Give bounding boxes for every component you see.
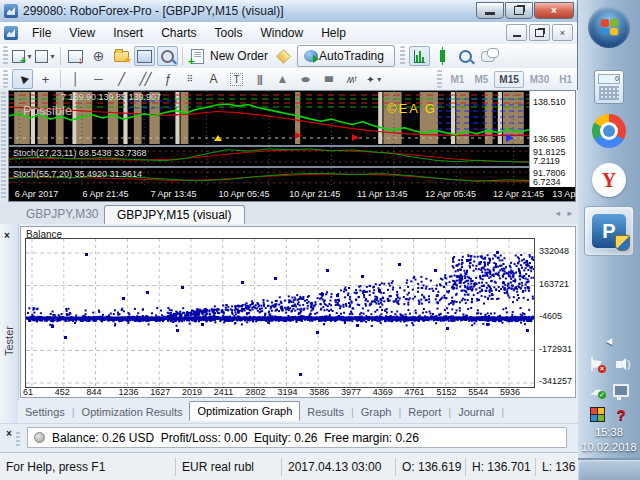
- text-tool-icon: A: [209, 72, 217, 86]
- navigator-button[interactable]: ★: [111, 46, 132, 66]
- help-app-icon[interactable]: ?: [613, 406, 629, 422]
- chart-left-grip[interactable]: [1, 92, 6, 200]
- menu-item-file[interactable]: File: [23, 23, 60, 43]
- chart-tab-gbpjpy-m30[interactable]: GBPJPY,M30: [14, 205, 110, 224]
- status-grip[interactable]: [16, 432, 20, 446]
- tab-scroll-left-icon[interactable]: ◂: [555, 208, 560, 218]
- crosshair-tool-button[interactable]: +: [35, 69, 56, 89]
- arrows-tool-button[interactable]: ✦▼: [364, 69, 385, 89]
- close-button[interactable]: ×: [534, 2, 574, 19]
- horizontal-line-button[interactable]: ─: [88, 69, 109, 89]
- timeframe-m1[interactable]: M1: [446, 72, 468, 87]
- trendline-icon: ╱: [118, 72, 125, 86]
- show-desktop-button[interactable]: [578, 458, 640, 480]
- minimize-button[interactable]: [476, 2, 504, 19]
- app-window: 299080: RoboForex-Pro - [GBPJPY,M15 (vis…: [0, 0, 578, 480]
- volume-icon[interactable]: [613, 356, 629, 372]
- ellipse-shape-button[interactable]: ●: [295, 69, 316, 89]
- rectangle-shape-button[interactable]: ■: [318, 69, 339, 89]
- mdi-close-button[interactable]: ×: [552, 24, 573, 41]
- menu-item-charts[interactable]: Charts: [152, 23, 205, 43]
- rubik-app-icon[interactable]: [589, 406, 605, 422]
- toolbar-grip[interactable]: [3, 70, 8, 88]
- tester-tab-optimization-graph[interactable]: Optimization Graph: [189, 401, 300, 421]
- tester-tab-journal[interactable]: Journal: [451, 403, 501, 421]
- optimization-scatter-plot[interactable]: [25, 238, 535, 388]
- strategy-tester-icon: [161, 50, 174, 63]
- market-watch-button[interactable]: ↕: [65, 46, 86, 66]
- metaeditor-button[interactable]: [273, 46, 294, 66]
- new-order-label[interactable]: New Order: [210, 49, 268, 63]
- stochastic-panel-2[interactable]: Stoch(55,7,20) 35.4920 31.9614: [9, 168, 529, 187]
- mdi-restore-button[interactable]: [529, 24, 550, 41]
- profiles-button[interactable]: ▼: [35, 46, 56, 66]
- new-order-button[interactable]: [187, 46, 208, 66]
- mdi-minimize-button[interactable]: [506, 24, 527, 41]
- chrome-taskbar-button[interactable]: [592, 114, 626, 148]
- network-icon[interactable]: [613, 382, 629, 398]
- autotrading-label: AutoTrading: [319, 49, 384, 63]
- tester-tab-settings[interactable]: Settings: [18, 403, 72, 421]
- dashes-button[interactable]: ⠿: [180, 69, 201, 89]
- indicator-button[interactable]: ʍᵗ: [341, 69, 362, 89]
- trendline-button[interactable]: ╱: [111, 69, 132, 89]
- taskbar-date[interactable]: 10.02.2018: [581, 441, 636, 453]
- calculator-taskbar-button[interactable]: 0: [594, 70, 624, 104]
- tester-close-button[interactable]: ×: [4, 230, 10, 241]
- restore-button[interactable]: [505, 2, 533, 19]
- zoom-in-button[interactable]: [455, 46, 476, 66]
- price-scale[interactable]: 138.510 136.585 91.8125 7.2119 91.7806 6…: [529, 91, 575, 187]
- strategy-tester-button[interactable]: [157, 46, 178, 66]
- cycle-lines-button[interactable]: |||: [249, 69, 270, 89]
- tester-tab-results[interactable]: Results: [300, 403, 351, 421]
- vertical-line-button[interactable]: │: [65, 69, 86, 89]
- action-center-icon[interactable]: ×: [589, 356, 605, 372]
- price-chart[interactable]: 7 139.90 139.85 139.907 Possible ©EA G S…: [8, 90, 576, 202]
- time-axis[interactable]: 6 Apr 20176 Apr 21:457 Apr 13:4510 Apr 0…: [9, 187, 575, 201]
- menu-item-insert[interactable]: Insert: [104, 23, 152, 43]
- metatrader-taskbar-button[interactable]: P: [584, 206, 634, 256]
- menu-item-window[interactable]: Window: [252, 23, 313, 43]
- fibonacci-button[interactable]: ƒ: [157, 69, 178, 89]
- new-chart-icon: +: [12, 50, 25, 63]
- timeframe-h1[interactable]: H1: [555, 72, 576, 87]
- timeframe-m30[interactable]: M30: [526, 72, 553, 87]
- taskbar-clock[interactable]: 15:38: [595, 426, 623, 438]
- timeframe-m5[interactable]: M5: [470, 72, 492, 87]
- arrow-up-shape-button[interactable]: ▲: [272, 69, 293, 89]
- channel-button[interactable]: ╱╱: [134, 69, 155, 89]
- terminal-button[interactable]: [134, 46, 155, 66]
- toolbar-grip[interactable]: [437, 70, 442, 88]
- tester-tab-graph[interactable]: Graph: [354, 403, 399, 421]
- new-chart-button[interactable]: +▼: [12, 46, 33, 66]
- autotrading-button[interactable]: AutoTrading: [297, 45, 395, 67]
- cloud-sync-icon[interactable]: ☁✓: [589, 382, 605, 398]
- toolbar-grip[interactable]: [3, 46, 8, 65]
- menu-item-help[interactable]: Help: [312, 23, 355, 43]
- show-hidden-icons-button[interactable]: ◀: [606, 336, 613, 346]
- text-tool-button[interactable]: A: [203, 69, 224, 89]
- tester-tab-report[interactable]: Report: [401, 403, 448, 421]
- cursor-tool-button[interactable]: ▶: [12, 69, 33, 89]
- menu-item-view[interactable]: View: [60, 23, 104, 43]
- data-window-button[interactable]: ⊕: [88, 46, 109, 66]
- toolbar-grip[interactable]: [400, 46, 405, 65]
- stochastic-panel-1[interactable]: Stoch(27,23,11) 68.5438 33.7368: [9, 147, 529, 166]
- tester-tab-bar: Settings| Optimization Results Optimizat…: [18, 400, 578, 423]
- main-price-panel[interactable]: 7 139.90 139.85 139.907 Possible ©EA G: [9, 91, 529, 145]
- menu-item-tools[interactable]: Tools: [206, 23, 252, 43]
- timeframe-m15[interactable]: M15: [494, 71, 523, 88]
- tab-scroll-right-icon[interactable]: ▸: [567, 208, 572, 218]
- optimization-x-tick: 61: [23, 387, 33, 397]
- candlestick-chart-button[interactable]: [432, 46, 453, 66]
- optimization-graph[interactable]: Balance 332048163721-4605-172931-341257 …: [20, 226, 576, 398]
- text-label-button[interactable]: T: [226, 69, 247, 89]
- tester-tab-optimization-results[interactable]: Optimization Results: [75, 403, 190, 421]
- start-button[interactable]: [588, 6, 630, 48]
- yandex-browser-taskbar-button[interactable]: Y: [592, 163, 626, 197]
- comments-button[interactable]: [478, 46, 499, 66]
- status-close-button[interactable]: ×: [6, 428, 12, 439]
- chart-tab-gbpjpy-m15[interactable]: GBPJPY,M15 (visual): [104, 205, 245, 224]
- bar-chart-button[interactable]: [409, 46, 430, 66]
- title-bar[interactable]: 299080: RoboForex-Pro - [GBPJPY,M15 (vis…: [0, 0, 577, 23]
